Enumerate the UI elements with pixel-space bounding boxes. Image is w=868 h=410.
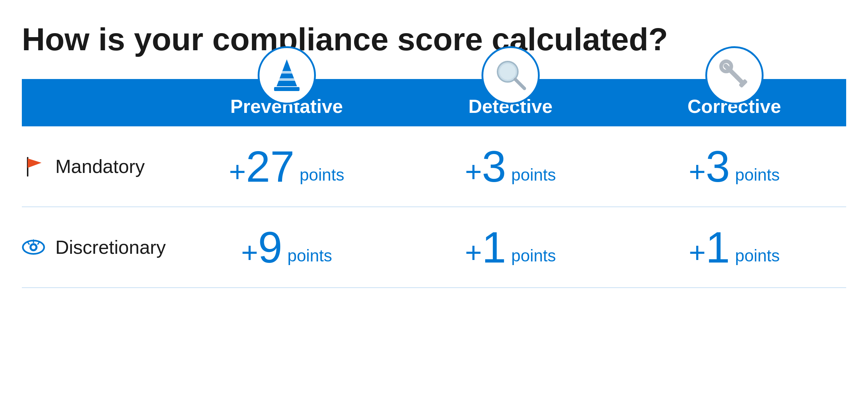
discr-det-unit: points xyxy=(511,246,556,269)
banner-col-corrective: Corrective xyxy=(622,79,846,126)
mandatory-preventative-col: +27 points xyxy=(175,145,399,188)
mandatory-detective-col: +3 points xyxy=(399,145,622,188)
banner-col-detective: Detective xyxy=(399,79,622,126)
mandatory-det-plus: + xyxy=(465,155,482,188)
mandatory-preventative-value: +27 points xyxy=(229,145,344,188)
svg-line-17 xyxy=(28,242,29,244)
mandatory-label: Mandatory xyxy=(55,155,145,177)
discretionary-corrective-col: +1 points xyxy=(622,225,846,269)
svg-line-6 xyxy=(515,79,524,88)
mandatory-corrective-value: +3 points xyxy=(689,145,780,188)
discretionary-row: Discretionary +9 points +1 points xyxy=(22,207,846,288)
preventative-icon-circle xyxy=(258,46,316,105)
mandatory-det-unit: points xyxy=(511,165,556,188)
mandatory-label-col: Mandatory xyxy=(22,155,175,178)
mandatory-row: Mandatory +27 points +3 points xyxy=(22,126,846,207)
discretionary-label: Discretionary xyxy=(55,236,166,258)
discretionary-preventative-col: +9 points xyxy=(175,225,399,269)
mandatory-prev-unit: points xyxy=(300,165,344,188)
svg-point-15 xyxy=(32,245,36,249)
mandatory-prev-plus: + xyxy=(229,155,246,188)
discretionary-detective-col: +1 points xyxy=(399,225,622,269)
content-area: Preventative Detective xyxy=(22,79,846,395)
magnifier-icon xyxy=(492,56,529,94)
discr-cor-plus: + xyxy=(689,236,706,269)
mandatory-prev-number: 27 xyxy=(246,142,294,191)
corrective-icon-circle xyxy=(705,46,764,105)
discr-prev-plus: + xyxy=(241,236,258,269)
mandatory-cor-unit: points xyxy=(735,165,780,188)
discr-prev-number: 9 xyxy=(258,223,282,272)
discretionary-label-col: Discretionary xyxy=(22,236,175,259)
detective-icon-circle xyxy=(481,46,540,105)
wrench-icon xyxy=(716,56,753,94)
mandatory-cor-number: 3 xyxy=(706,142,730,191)
flag-icon-wrapper xyxy=(22,155,45,178)
discr-det-plus: + xyxy=(465,236,482,269)
discr-prev-unit: points xyxy=(288,246,332,269)
svg-marker-12 xyxy=(28,158,41,168)
discr-cor-unit: points xyxy=(735,246,780,269)
banner-spacer xyxy=(22,79,175,126)
banner-col-preventative: Preventative xyxy=(175,79,399,126)
flag-icon xyxy=(23,156,44,177)
banner-row: Preventative Detective xyxy=(22,79,846,126)
page-wrapper: How is your compliance score calculated? xyxy=(0,0,868,410)
discretionary-corrective-value: +1 points xyxy=(689,225,780,269)
mandatory-det-number: 3 xyxy=(482,142,506,191)
discretionary-preventative-value: +9 points xyxy=(241,225,332,269)
mandatory-detective-value: +3 points xyxy=(465,145,556,188)
cone-icon xyxy=(269,56,305,94)
discr-det-number: 1 xyxy=(482,223,506,272)
svg-rect-3 xyxy=(277,78,296,81)
discretionary-detective-value: +1 points xyxy=(465,225,556,269)
eye-icon xyxy=(22,237,45,257)
svg-line-18 xyxy=(38,242,40,244)
svg-point-5 xyxy=(500,64,516,80)
svg-rect-2 xyxy=(280,71,294,74)
mandatory-cor-plus: + xyxy=(689,155,706,188)
svg-rect-1 xyxy=(274,87,300,91)
eye-icon-wrapper xyxy=(22,236,45,259)
discr-cor-number: 1 xyxy=(706,223,730,272)
mandatory-corrective-col: +3 points xyxy=(622,145,846,188)
